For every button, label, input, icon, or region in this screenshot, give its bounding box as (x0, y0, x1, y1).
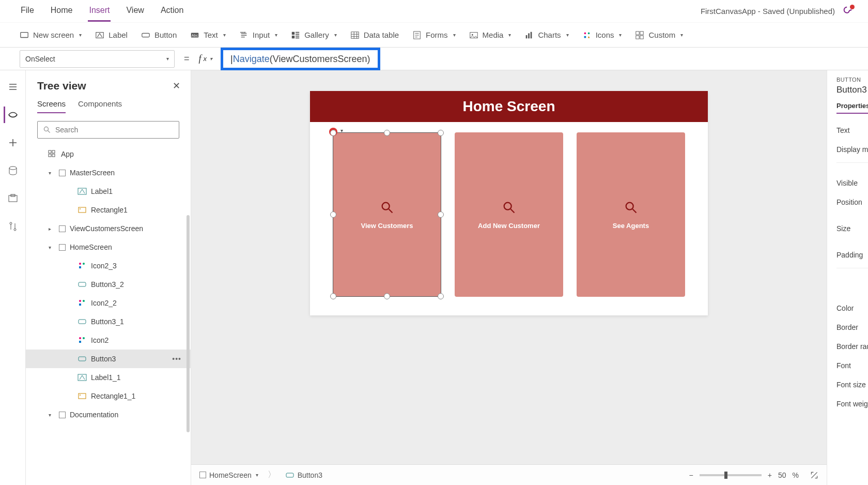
property-selector[interactable]: OnSelect ▾ (20, 50, 175, 68)
resize-handle[interactable] (438, 293, 444, 299)
more-options-icon[interactable]: ••• (172, 355, 181, 363)
prop-text[interactable]: Text (836, 121, 868, 140)
rail-media-icon[interactable] (5, 190, 21, 207)
menu-action[interactable]: Action (160, 1, 184, 22)
prop-padding[interactable]: Padding (836, 246, 868, 265)
text-button[interactable]: Abc Text▾ (190, 31, 226, 40)
menu-file[interactable]: File (20, 1, 35, 22)
rail-add-icon[interactable] (5, 134, 21, 151)
chevron-right-icon[interactable]: ▸ (49, 226, 55, 232)
menu-home[interactable]: Home (50, 1, 74, 22)
prop-font-size[interactable]: Font size (836, 375, 868, 395)
rail-tools-icon[interactable] (5, 218, 21, 235)
prop-position[interactable]: Position (836, 193, 868, 212)
svg-point-56 (382, 202, 390, 209)
zoom-slider[interactable] (700, 474, 762, 476)
rail-tree-view-icon[interactable] (4, 107, 20, 123)
tree-node-app[interactable]: App (26, 145, 191, 163)
tree-node-homescreen[interactable]: ▾ HomeScreen (26, 238, 191, 256)
tree-node-viewcustomersscreen[interactable]: ▸ ViewCustomersScreen (26, 219, 191, 238)
tree-node-masterscreen[interactable]: ▾ MasterScreen (26, 163, 191, 182)
app-health-icon[interactable] (842, 6, 854, 17)
tile-view-customers[interactable]: ✕ ▾ View Customers (333, 132, 441, 297)
icons-button[interactable]: Icons▾ (582, 31, 622, 40)
prop-display-mode[interactable]: Display mod (836, 140, 868, 159)
screen-header[interactable]: Home Screen (310, 91, 708, 122)
fx-icon[interactable]: fx▾ (199, 53, 213, 64)
media-button[interactable]: Media▾ (469, 31, 512, 40)
button-icon (78, 354, 87, 363)
chevron-down-icon[interactable]: ▾ (49, 170, 55, 176)
svg-rect-2 (142, 33, 149, 37)
chevron-down-icon[interactable]: ▾ (340, 128, 343, 133)
zoom-thumb[interactable] (724, 472, 727, 479)
chevron-down-icon[interactable]: ▾ (49, 245, 55, 250)
label-button[interactable]: Label (95, 31, 128, 40)
tab-screens[interactable]: Screens (37, 99, 66, 113)
prop-size[interactable]: Size (836, 219, 868, 238)
search-icon (502, 200, 516, 215)
checkbox-icon[interactable] (59, 244, 66, 251)
button-button[interactable]: Button (141, 31, 177, 40)
chevron-down-icon[interactable]: ▾ (49, 412, 55, 418)
tree-node-rectangle1-1[interactable]: Rectangle1_1 (26, 387, 191, 405)
charts-button[interactable]: Charts▾ (524, 31, 568, 40)
menu-insert[interactable]: Insert (88, 1, 111, 22)
tree-node-button3-1[interactable]: Button3_1 (26, 312, 191, 331)
tree-node-button3-2[interactable]: Button3_2 (26, 275, 191, 294)
fit-screen-icon[interactable] (810, 471, 818, 479)
breadcrumb-control[interactable]: Button3 (285, 471, 322, 480)
prop-visible[interactable]: Visible (836, 174, 868, 193)
checkbox-icon[interactable] (59, 170, 66, 176)
new-screen-button[interactable]: New screen▾ (20, 31, 82, 40)
rail-data-icon[interactable] (5, 162, 21, 179)
tree-list: App ▾ MasterScreen Label1 Rectangle1 ▸ V… (26, 143, 191, 485)
tree-node-documentation[interactable]: ▾ Documentation (26, 405, 191, 424)
resize-handle[interactable] (384, 293, 390, 299)
canvas-screen[interactable]: Home Screen ✕ ▾ V (310, 91, 708, 315)
resize-handle[interactable] (330, 211, 336, 218)
forms-button[interactable]: Forms▾ (412, 31, 456, 40)
tree-node-icon2-3[interactable]: Icon2_3 (26, 256, 191, 275)
resize-handle[interactable] (330, 130, 336, 136)
input-button[interactable]: Input▾ (239, 31, 277, 40)
scrollbar[interactable] (187, 215, 190, 432)
prop-font-weight[interactable]: Font weight (836, 395, 868, 414)
tree-node-label1-1[interactable]: Label1_1 (26, 368, 191, 387)
tree-node-rectangle1[interactable]: Rectangle1 (26, 201, 191, 219)
tree-node-icon2[interactable]: Icon2 (26, 331, 191, 350)
resize-handle[interactable] (384, 130, 390, 136)
close-panel-icon[interactable]: ✕ (173, 80, 180, 92)
tree-node-icon2-2[interactable]: Icon2_2 (26, 294, 191, 312)
prop-border[interactable]: Border (836, 318, 868, 337)
tree-label: ViewCustomersScreen (70, 224, 143, 233)
prop-color[interactable]: Color (836, 299, 868, 318)
svg-point-28 (9, 166, 17, 170)
custom-button[interactable]: Custom▾ (635, 31, 683, 40)
prop-font[interactable]: Font (836, 356, 868, 375)
props-tab-properties[interactable]: Properties (836, 102, 868, 114)
tile-see-agents[interactable]: See Agents (577, 132, 685, 297)
tab-components[interactable]: Components (78, 99, 122, 113)
canvas-stage[interactable]: Home Screen ✕ ▾ V (191, 70, 827, 464)
breadcrumb-screen[interactable]: HomeScreen ▾ (199, 471, 258, 479)
resize-handle[interactable] (330, 293, 336, 299)
resize-handle[interactable] (438, 211, 444, 218)
checkbox-icon[interactable] (59, 412, 66, 418)
rail-hamburger-icon[interactable] (5, 79, 21, 95)
tree-node-button3[interactable]: Button3 ••• (26, 350, 191, 368)
zoom-out-button[interactable]: − (689, 471, 693, 479)
tile-add-customer[interactable]: Add New Customer (455, 132, 563, 297)
prop-border-radius[interactable]: Border radiu (836, 337, 868, 356)
gallery-button[interactable]: Gallery▾ (291, 31, 337, 40)
data-table-button[interactable]: Data table (350, 31, 399, 40)
zoom-in-button[interactable]: + (768, 471, 772, 479)
checkbox-icon[interactable] (59, 225, 66, 232)
menu-view[interactable]: View (125, 1, 145, 22)
tree-node-label1[interactable]: Label1 (26, 182, 191, 201)
media-icon (469, 31, 478, 40)
search-input[interactable]: Search (37, 121, 179, 139)
chevron-down-icon: ▾ (680, 32, 683, 38)
formula-input[interactable]: |Navigate(ViewCustomersScreen) (230, 53, 370, 64)
resize-handle[interactable] (438, 130, 444, 136)
